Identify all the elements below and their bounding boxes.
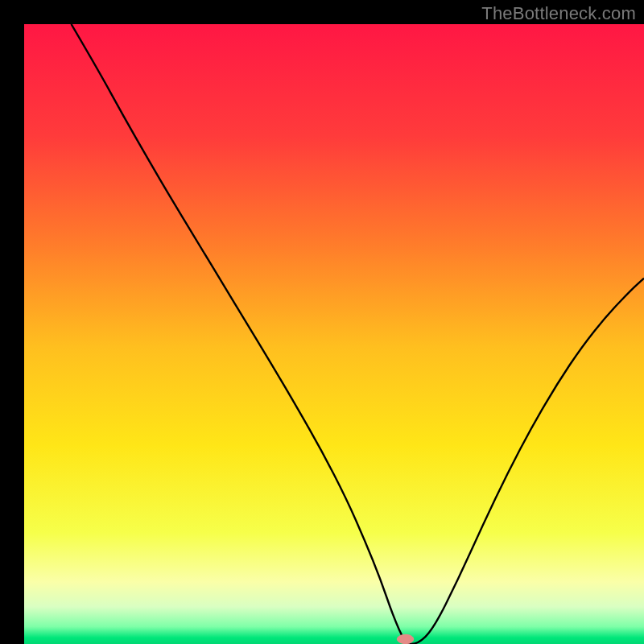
- gradient-background: [24, 24, 644, 644]
- minimum-marker: [397, 634, 415, 644]
- chart-frame: TheBottleneck.com: [0, 0, 644, 644]
- watermark-label: TheBottleneck.com: [481, 3, 636, 24]
- bottleneck-chart: [0, 0, 644, 644]
